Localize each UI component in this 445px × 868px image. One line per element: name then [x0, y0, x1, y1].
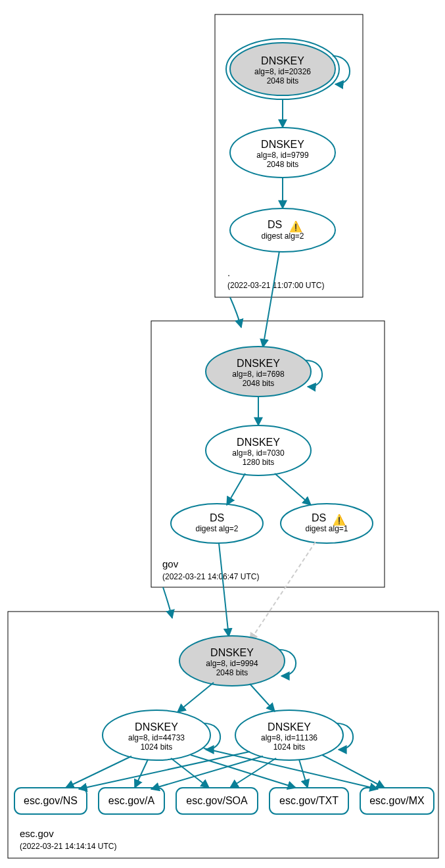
esc-ksk-title: DNSKEY: [210, 647, 254, 658]
record-soa-label: esc.gov/SOA: [186, 795, 248, 806]
gov-ds1-line2: digest alg=2: [195, 524, 238, 533]
node-root-ds: DS ⚠️ digest alg=2: [230, 208, 335, 252]
zone-root-name: .: [227, 267, 230, 278]
zone-gov-name: gov: [162, 558, 179, 569]
zone-esc-name: esc.gov: [20, 828, 54, 839]
node-esc-zsk1: DNSKEY alg=8, id=44733 1024 bits: [103, 710, 210, 760]
esc-zsk2-line2: alg=8, id=11136: [261, 733, 317, 742]
gov-zsk-title: DNSKEY: [237, 437, 280, 448]
svg-point-6: [171, 504, 263, 543]
record-mx: esc.gov/MX: [360, 788, 434, 814]
esc-ksk-line2: alg=8, id=9994: [206, 659, 258, 668]
root-zsk-title: DNSKEY: [261, 139, 304, 150]
node-esc-zsk2: DNSKEY alg=8, id=11136 1024 bits: [235, 710, 343, 760]
edge-zsk1-a: [135, 760, 148, 788]
node-gov-ds1: DS digest alg=2: [171, 504, 263, 543]
root-zsk-line3: 2048 bits: [267, 160, 299, 169]
edge-gov-zsk-ds1: [227, 473, 245, 505]
edge-esc-ksk-zsk2: [250, 684, 275, 711]
gov-ds1-title: DS: [210, 512, 224, 523]
root-ksk-line3: 2048 bits: [267, 76, 299, 85]
edge-gov-deleg-esc: [163, 587, 172, 618]
edge-root-ds-gov-ksk: [263, 251, 279, 347]
root-zsk-line2: alg=8, id=9799: [256, 151, 309, 160]
record-mx-label: esc.gov/MX: [369, 795, 425, 806]
node-root-zsk: DNSKEY alg=8, id=9799 2048 bits: [230, 128, 335, 178]
gov-ds2-line2: digest alg=1: [305, 524, 348, 533]
edge-zsk1-ns: [66, 756, 131, 788]
zone-gov-timestamp: (2022-03-21 14:06:47 UTC): [162, 572, 259, 581]
edge-zsk1-soa: [171, 758, 209, 788]
esc-zsk2-title: DNSKEY: [268, 721, 311, 733]
zone-root-timestamp: (2022-03-21 11:07:00 UTC): [227, 281, 324, 290]
record-txt-label: esc.gov/TXT: [279, 795, 339, 806]
record-ns-label: esc.gov/NS: [24, 795, 78, 806]
record-a: esc.gov/A: [99, 788, 164, 814]
node-gov-ksk: DNSKEY alg=8, id=7698 2048 bits: [206, 347, 311, 397]
edge-zsk2-soa: [230, 758, 276, 788]
root-ds-title: DS: [268, 219, 282, 230]
root-ksk-line2: alg=8, id=20326: [254, 67, 311, 76]
record-ns: esc.gov/NS: [14, 788, 87, 814]
esc-zsk1-line3: 1024 bits: [141, 742, 173, 752]
gov-ksk-line2: alg=8, id=7698: [232, 370, 285, 379]
root-ds-line2: digest alg=2: [261, 231, 304, 241]
gov-ksk-title: DNSKEY: [237, 358, 280, 369]
root-ksk-title: DNSKEY: [261, 55, 304, 66]
svg-point-7: [281, 504, 373, 543]
record-a-label: esc.gov/A: [108, 795, 155, 806]
edge-esc-ksk-zsk1: [177, 683, 214, 712]
record-txt: esc.gov/TXT: [269, 788, 348, 814]
node-gov-zsk: DNSKEY alg=8, id=7030 1280 bits: [206, 425, 311, 475]
edge-root-deleg-gov: [230, 297, 241, 327]
esc-zsk2-line3: 1024 bits: [273, 742, 306, 752]
esc-zsk1-line2: alg=8, id=44733: [128, 733, 185, 742]
gov-zsk-line3: 1280 bits: [243, 458, 275, 467]
edge-gov-zsk-ds2: [275, 473, 311, 505]
gov-zsk-line2: alg=8, id=7030: [232, 448, 285, 458]
zone-esc-timestamp: (2022-03-21 14:14:14 UTC): [20, 842, 116, 851]
esc-zsk1-title: DNSKEY: [135, 721, 178, 733]
edge-gov-ds1-esc-ksk: [219, 543, 229, 637]
gov-ds2-title: DS: [312, 512, 326, 523]
esc-ksk-line3: 2048 bits: [216, 668, 248, 677]
edge-gov-ds2-esc-ksk: [250, 542, 316, 641]
record-soa: esc.gov/SOA: [176, 788, 258, 814]
svg-point-3: [230, 208, 335, 252]
gov-ksk-line3: 2048 bits: [243, 379, 275, 388]
edge-zsk2-txt: [299, 760, 308, 788]
node-root-ksk: DNSKEY alg=8, id=20326 2048 bits: [226, 39, 339, 99]
node-gov-ds2: DS ⚠️ digest alg=1: [281, 504, 373, 543]
node-esc-ksk: DNSKEY alg=8, id=9994 2048 bits: [179, 636, 285, 686]
